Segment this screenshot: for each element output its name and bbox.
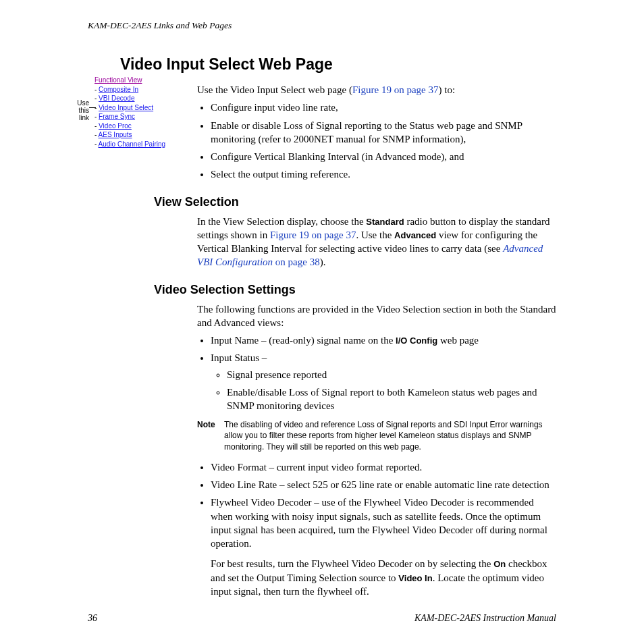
vss-sub-bullet: Signal presence reported (227, 368, 556, 381)
functional-view-title[interactable]: Functional View (95, 76, 165, 85)
xref-figure-19[interactable]: Figure 19 on page 37 (352, 84, 438, 95)
vss-bullet: Video Line Rate – select 525 or 625 line… (211, 478, 556, 491)
vss-bullet: Input Name – (read-only) signal name on … (211, 333, 556, 347)
functional-view-menu: Functional View - Composite In - VBI Dec… (95, 76, 165, 149)
intro-bullet: Configure Vertical Blanking Interval (in… (211, 150, 556, 163)
page-number: 36 (88, 613, 97, 624)
nav-composite-in[interactable]: Composite In (99, 86, 138, 93)
nav-video-input-select[interactable]: Video Input Select (99, 104, 153, 111)
use-this-link-label: Use this link (73, 99, 89, 122)
nav-vbi-decode[interactable]: VBI Decode (99, 95, 134, 102)
note-text: The disabling of video and reference Los… (224, 419, 556, 452)
page-title: Video Input Select Web Page (120, 55, 556, 74)
intro-bullet: Configure input video line rate, (211, 101, 556, 114)
vss-bullet: Flywheel Video Decoder – use of the Flyw… (211, 495, 556, 598)
vss-sub-bullet: Enable/disable Loss of Signal report to … (227, 385, 556, 413)
note-block: Note The disabling of video and referenc… (197, 419, 556, 452)
nav-aes-inputs[interactable]: AES Inputs (99, 131, 132, 138)
vss-bullet: Input Status – Signal presence reported … (211, 351, 556, 412)
nav-audio-channel-pairing[interactable]: Audio Channel Pairing (99, 140, 166, 148)
vss-intro: The following functions are provided in … (197, 302, 556, 330)
nav-video-proc[interactable]: Video Proc (99, 122, 132, 130)
nav-frame-sync[interactable]: Frame Sync (99, 113, 135, 120)
note-label: Note (197, 419, 224, 430)
running-header: KAM-DEC-2AES Links and Web Pages (88, 20, 556, 31)
footer-doc-title: KAM-DEC-2AES Instruction Manual (414, 613, 556, 624)
intro-bullet: Select the output timing reference. (211, 167, 556, 181)
xref-advanced-vbi-page[interactable]: on page 38 (273, 257, 320, 267)
view-selection-paragraph: In the View Selection display, choose th… (197, 215, 556, 269)
xref-figure-19b[interactable]: Figure 19 on page 37 (270, 230, 356, 240)
heading-view-selection: View Selection (154, 195, 556, 209)
intro-bullet-list: Configure input video line rate, Enable … (197, 101, 556, 181)
vss-bullet-list: Input Name – (read-only) signal name on … (197, 333, 556, 412)
vss-flywheel-para: For best results, turn the Flywheel Vide… (211, 557, 556, 598)
intro-bullet: Enable or disable Loss of Signal reporti… (211, 119, 556, 146)
vss-bullet: Video Format – current input video forma… (211, 460, 556, 474)
vss-bullet-list-2: Video Format – current input video forma… (197, 460, 556, 598)
heading-video-selection-settings: Video Selection Settings (154, 283, 556, 297)
intro-paragraph: Use the Video Input Select web page (Fig… (197, 83, 556, 97)
